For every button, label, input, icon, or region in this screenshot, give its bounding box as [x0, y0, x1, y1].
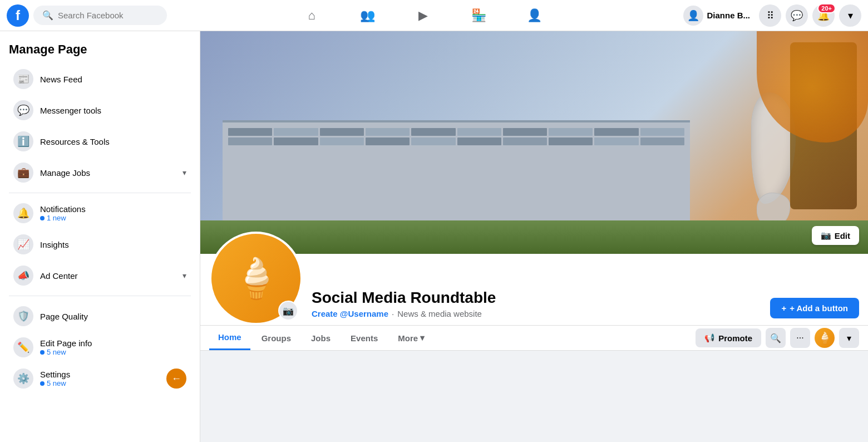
tab-groups[interactable]: Groups — [253, 327, 300, 350]
user-name-label: Dianne B... — [707, 11, 750, 20]
search-bar[interactable]: 🔍 — [33, 6, 167, 25]
page-subtitle: Create @Username · News & media website — [312, 309, 761, 318]
facebook-logo[interactable]: f — [7, 4, 29, 27]
sidebar-item-messenger-tools[interactable]: 💬 Messenger tools — [4, 95, 195, 126]
camera-icon: 📷 — [821, 230, 831, 240]
nav-marketplace-button[interactable]: 🏪 — [452, 2, 505, 29]
settings-icon: ⚙️ — [13, 369, 33, 389]
page-nav-right-actions: 📢 Promote 🔍 ··· 🍦 ▾ — [696, 328, 859, 348]
cover-photo-background — [200, 31, 868, 254]
sidebar-item-news-feed[interactable]: 📰 News Feed — [4, 63, 195, 95]
sidebar-item-resources-tools[interactable]: ℹ️ Resources & Tools — [4, 126, 195, 157]
nav-watch-button[interactable]: ▶ — [396, 2, 450, 29]
ad-center-chevron-icon: ▾ — [183, 271, 186, 280]
tab-events[interactable]: Events — [342, 327, 387, 350]
page-name: Social Media Roundtable — [312, 289, 761, 307]
more-actions-button[interactable]: ··· — [790, 328, 810, 348]
sidebar-divider-1 — [9, 193, 191, 193]
notifications-badge: 1 new — [40, 214, 186, 222]
dropdown-button[interactable]: ▾ — [839, 328, 859, 348]
promote-button[interactable]: 📢 Promote — [696, 328, 761, 347]
page-nav-avatar[interactable]: 🍦 — [815, 328, 835, 348]
sidebar-item-page-quality[interactable]: 🛡️ Page Quality — [4, 301, 195, 332]
page-tab-navigation: Home Groups Jobs Events More ▾ 📢 Promote… — [200, 326, 868, 351]
nav-home-button[interactable]: ⌂ — [285, 2, 338, 29]
search-icon: 🔍 — [42, 10, 53, 21]
search-input[interactable] — [58, 11, 158, 20]
edit-page-info-badge-dot — [40, 350, 45, 355]
tab-jobs[interactable]: Jobs — [302, 327, 339, 350]
search-action-button[interactable]: 🔍 — [766, 328, 786, 348]
main-content: 📷 Edit 🍦 📷 Social Media Roundtable Creat… — [200, 31, 868, 442]
messenger-tools-label: Messenger tools — [40, 106, 186, 115]
settings-badge: 5 new — [40, 379, 160, 387]
apps-menu-button[interactable]: ⠿ — [759, 4, 781, 27]
create-username-link[interactable]: Create @Username — [312, 309, 388, 318]
messenger-button[interactable]: 💬 — [786, 4, 808, 27]
insights-label: Insights — [40, 240, 186, 249]
news-feed-icon: 📰 — [13, 69, 33, 89]
nav-groups-button[interactable]: 👤 — [507, 2, 561, 29]
ad-center-label: Ad Center — [40, 271, 176, 281]
account-menu-button[interactable]: ▾ — [839, 4, 861, 27]
plus-icon: + — [781, 303, 786, 313]
ice-cream-icon: 🍦 — [232, 256, 280, 301]
building-structure — [223, 120, 690, 220]
nav-center-icons: ⌂ 👥 ▶ 🏪 👤 — [171, 2, 674, 29]
sidebar-item-edit-page-info[interactable]: ✏️ Edit Page info 5 new — [4, 332, 195, 363]
sidebar-item-manage-jobs[interactable]: 💼 Manage Jobs ▾ — [4, 157, 195, 188]
settings-badge-dot — [40, 381, 45, 386]
edit-page-info-label: Edit Page info — [40, 338, 186, 348]
page-category: News & media website — [397, 309, 482, 318]
page-quality-icon: 🛡️ — [13, 306, 33, 326]
tab-home[interactable]: Home — [209, 326, 250, 350]
settings-label: Settings — [40, 370, 160, 379]
more-chevron-icon: ▾ — [420, 333, 425, 343]
avatar-camera-button[interactable]: 📷 — [278, 301, 298, 321]
page-dot-separator: · — [392, 309, 394, 318]
sidebar: Manage Page 📰 News Feed 💬 Messenger tool… — [0, 31, 200, 442]
edit-page-info-icon: ✏️ — [13, 337, 33, 357]
manage-jobs-icon: 💼 — [13, 163, 33, 183]
resources-tools-label: Resources & Tools — [40, 137, 186, 146]
nav-right-section: 👤 Dianne B... ⠿ 💬 🔔 20+ ▾ — [679, 3, 861, 28]
sidebar-title: Manage Page — [0, 40, 200, 63]
messenger-tools-icon: 💬 — [13, 100, 33, 120]
sidebar-item-settings[interactable]: ⚙️ Settings 5 new ← — [4, 363, 195, 394]
tab-more[interactable]: More ▾ — [389, 326, 433, 350]
sidebar-divider-2 — [9, 296, 191, 296]
edit-cover-button[interactable]: 📷 Edit — [812, 226, 859, 245]
page-name-section: Social Media Roundtable Create @Username… — [312, 289, 761, 325]
edit-page-info-badge: 5 new — [40, 348, 186, 356]
settings-arrow-indicator: ← — [166, 369, 186, 389]
page-quality-label: Page Quality — [40, 312, 186, 321]
sidebar-item-insights[interactable]: 📈 Insights — [4, 229, 195, 260]
notification-count-badge: 20+ — [817, 3, 836, 13]
sidebar-item-ad-center[interactable]: 📣 Ad Center ▾ — [4, 260, 195, 291]
notifications-icon: 🔔 — [13, 203, 33, 223]
nav-friends-button[interactable]: 👥 — [341, 2, 394, 29]
insights-icon: 📈 — [13, 234, 33, 254]
resources-tools-icon: ℹ️ — [13, 131, 33, 151]
page-avatar-wrapper: 🍦 📷 — [209, 232, 303, 325]
news-feed-label: News Feed — [40, 75, 186, 84]
page-info-section: 🍦 📷 Social Media Roundtable Create @User… — [200, 254, 868, 326]
notifications-badge-dot — [40, 216, 45, 220]
page-layout: Manage Page 📰 News Feed 💬 Messenger tool… — [0, 0, 868, 442]
add-button[interactable]: + + Add a button — [770, 298, 859, 318]
ad-center-icon: 📣 — [13, 266, 33, 286]
notifications-button[interactable]: 🔔 20+ — [812, 4, 835, 27]
manage-jobs-chevron-icon: ▾ — [183, 168, 186, 177]
promote-icon: 📢 — [704, 333, 715, 343]
top-navigation: f 🔍 ⌂ 👥 ▶ 🏪 👤 👤 Dianne B... ⠿ 💬 🔔 20+ ▾ — [0, 0, 868, 31]
user-profile-button[interactable]: 👤 Dianne B... — [679, 3, 754, 28]
cover-photo: 📷 Edit — [200, 31, 868, 254]
notifications-label: Notifications — [40, 204, 186, 214]
manage-jobs-label: Manage Jobs — [40, 168, 176, 178]
sidebar-item-notifications[interactable]: 🔔 Notifications 1 new — [4, 198, 195, 229]
